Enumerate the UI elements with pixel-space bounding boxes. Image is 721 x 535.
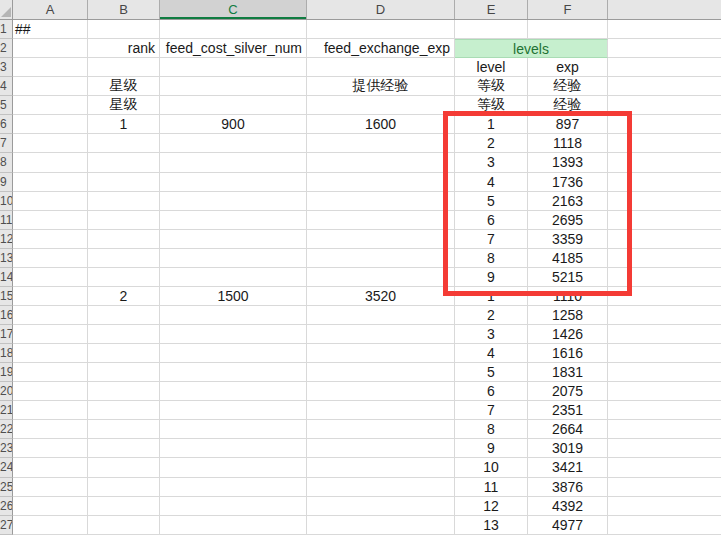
cell-G1[interactable] — [608, 20, 721, 39]
cell-D3[interactable] — [307, 58, 455, 77]
row-header-26[interactable]: 26 — [0, 497, 13, 516]
cell-A16[interactable] — [13, 306, 88, 325]
row-header-3[interactable]: 3 — [0, 58, 13, 77]
cell-F5[interactable]: 经验 — [528, 96, 608, 115]
cell-A27[interactable] — [13, 516, 88, 535]
cell-E26[interactable]: 12 — [455, 497, 528, 516]
cell-F7[interactable]: 1118 — [528, 134, 608, 153]
row-header-2[interactable]: 2 — [0, 39, 13, 58]
cell-A21[interactable] — [13, 401, 88, 420]
cell-G23[interactable] — [608, 439, 721, 458]
row-header-8[interactable]: 8 — [0, 153, 13, 172]
row-header-13[interactable]: 13 — [0, 249, 13, 268]
row-header-5[interactable]: 5 — [0, 96, 13, 115]
cell-B14[interactable] — [88, 268, 160, 287]
cell-D11[interactable] — [307, 211, 455, 230]
cell-F16[interactable]: 1258 — [528, 306, 608, 325]
cell-A12[interactable] — [13, 230, 88, 249]
cell-A5[interactable] — [13, 96, 88, 115]
cell-E18[interactable]: 4 — [455, 344, 528, 363]
cell-G11[interactable] — [608, 211, 721, 230]
cell-G27[interactable] — [608, 516, 721, 535]
cell-A15[interactable] — [13, 287, 88, 306]
cell-G5[interactable] — [608, 96, 721, 115]
cell-B12[interactable] — [88, 230, 160, 249]
cell-G15[interactable] — [608, 287, 721, 306]
cell-B19[interactable] — [88, 363, 160, 382]
cell-A25[interactable] — [13, 478, 88, 497]
cell-B4[interactable]: 星级 — [88, 77, 160, 96]
cell-G24[interactable] — [608, 458, 721, 477]
cell-G21[interactable] — [608, 401, 721, 420]
cell-G8[interactable] — [608, 153, 721, 172]
cell-C16[interactable] — [160, 306, 307, 325]
cell-B2[interactable]: rank — [88, 39, 160, 58]
cell-B3[interactable] — [88, 58, 160, 77]
cell-C2[interactable]: feed_cost_silver_num — [160, 39, 307, 58]
cell-G22[interactable] — [608, 420, 721, 439]
cell-E21[interactable]: 7 — [455, 401, 528, 420]
row-header-23[interactable]: 23 — [0, 439, 13, 458]
cell-G20[interactable] — [608, 382, 721, 401]
cell-A18[interactable] — [13, 344, 88, 363]
cell-A14[interactable] — [13, 268, 88, 287]
cell-F17[interactable]: 1426 — [528, 325, 608, 344]
cell-A10[interactable] — [13, 192, 88, 211]
cell-B21[interactable] — [88, 401, 160, 420]
cell-G2[interactable] — [608, 39, 721, 58]
cell-D7[interactable] — [307, 134, 455, 153]
column-header-D[interactable]: D — [307, 0, 455, 19]
cell-A7[interactable] — [13, 134, 88, 153]
row-header-20[interactable]: 20 — [0, 382, 13, 401]
cell-D20[interactable] — [307, 382, 455, 401]
cell-G19[interactable] — [608, 363, 721, 382]
row-header-10[interactable]: 10 — [0, 192, 13, 211]
row-header-11[interactable]: 11 — [0, 211, 13, 230]
cell-G17[interactable] — [608, 325, 721, 344]
row-header-7[interactable]: 7 — [0, 134, 13, 153]
cell-B8[interactable] — [88, 153, 160, 172]
cell-F1[interactable] — [528, 20, 608, 39]
column-header-C[interactable]: C — [160, 0, 307, 19]
cell-A17[interactable] — [13, 325, 88, 344]
cell-F27[interactable]: 4977 — [528, 516, 608, 535]
cell-E20[interactable]: 6 — [455, 382, 528, 401]
cell-C21[interactable] — [160, 401, 307, 420]
cell-B22[interactable] — [88, 420, 160, 439]
cell-B16[interactable] — [88, 306, 160, 325]
cell-E14[interactable]: 9 — [455, 268, 528, 287]
cell-A2[interactable] — [13, 39, 88, 58]
cell-F13[interactable]: 4185 — [528, 249, 608, 268]
row-header-9[interactable]: 9 — [0, 173, 13, 192]
cell-C15[interactable]: 1500 — [160, 287, 307, 306]
cell-D21[interactable] — [307, 401, 455, 420]
cell-B6[interactable]: 1 — [88, 115, 160, 134]
column-header-F[interactable]: F — [528, 0, 608, 19]
cell-C4[interactable] — [160, 77, 307, 96]
cell-A20[interactable] — [13, 382, 88, 401]
cell-D26[interactable] — [307, 497, 455, 516]
cell-E23[interactable]: 9 — [455, 439, 528, 458]
cell-A13[interactable] — [13, 249, 88, 268]
cell-D2[interactable]: feed_exchange_exp — [307, 39, 455, 58]
cell-F11[interactable]: 2695 — [528, 211, 608, 230]
cell-C19[interactable] — [160, 363, 307, 382]
row-header-25[interactable]: 25 — [0, 478, 13, 497]
cell-C11[interactable] — [160, 211, 307, 230]
cell-F3[interactable]: exp — [528, 58, 608, 77]
cell-D6[interactable]: 1600 — [307, 115, 455, 134]
cell-C17[interactable] — [160, 325, 307, 344]
cell-F14[interactable]: 5215 — [528, 268, 608, 287]
cell-E22[interactable]: 8 — [455, 420, 528, 439]
row-header-21[interactable]: 21 — [0, 401, 13, 420]
cell-E8[interactable]: 3 — [455, 153, 528, 172]
cell-E25[interactable]: 11 — [455, 478, 528, 497]
cell-D13[interactable] — [307, 249, 455, 268]
cell-E9[interactable]: 4 — [455, 173, 528, 192]
row-header-24[interactable]: 24 — [0, 458, 13, 477]
row-header-6[interactable]: 6 — [0, 115, 13, 134]
cell-E3[interactable]: level — [455, 58, 528, 77]
cell-C9[interactable] — [160, 173, 307, 192]
row-header-22[interactable]: 22 — [0, 420, 13, 439]
cell-G10[interactable] — [608, 192, 721, 211]
